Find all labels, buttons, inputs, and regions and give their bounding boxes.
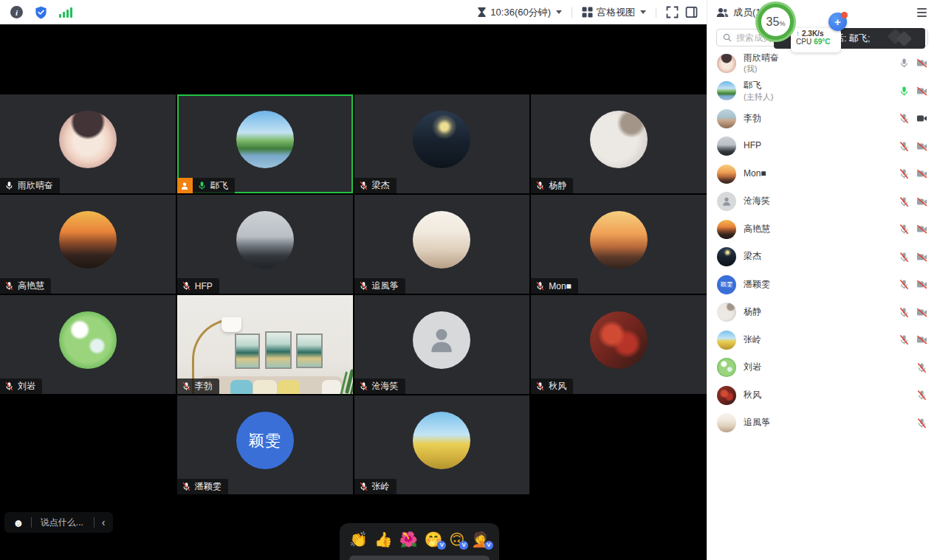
view-mode-label: 宫格视图 (597, 6, 635, 19)
avatar (717, 331, 736, 350)
emoji-row: 👏👍🌺🤭V🙃V🤦V (349, 530, 490, 549)
member-row[interactable]: 梁杰 (707, 243, 937, 272)
mic-muted-icon (899, 307, 910, 318)
shield-check-icon[interactable] (35, 6, 47, 19)
mic-muted-icon (535, 381, 545, 391)
reaction-face-wipe-button[interactable]: 🤦V (471, 530, 490, 549)
assistant-app-icon[interactable]: + (828, 13, 847, 31)
member-name: HFP (744, 140, 761, 152)
member-name: 雨欣晴奋 (744, 52, 779, 64)
video-tile[interactable]: 杨静 (531, 94, 707, 193)
video-tile[interactable]: 秋风 (531, 295, 707, 394)
avatar (59, 311, 117, 369)
avatar: 颖雯 (717, 275, 736, 294)
participant-name: 梁杰 (372, 179, 390, 192)
video-tile[interactable]: Mon■ (531, 195, 707, 294)
member-row[interactable]: 张岭 (707, 326, 937, 354)
camera-off-icon (916, 86, 927, 97)
mic-muted-icon (899, 252, 910, 263)
tile-name-label: 潘颖雯 (177, 479, 228, 494)
member-text: 追風筝 (744, 417, 770, 429)
hourglass-icon (477, 7, 487, 18)
fullscreen-button[interactable] (666, 6, 679, 18)
member-av-status (899, 252, 927, 263)
mic-on-icon (197, 181, 207, 190)
member-row[interactable]: 李勃 (707, 105, 937, 133)
tile-name-box: 刘岩 (0, 378, 42, 394)
tile-name-label: HFP (177, 278, 219, 294)
reaction-pout-turn-button[interactable]: 🙃V (449, 530, 464, 549)
tile-name-label: 杨静 (531, 178, 573, 193)
emoji-picker-icon[interactable]: ☻ (4, 516, 31, 529)
member-row[interactable]: 刘岩 (707, 354, 937, 382)
avatar (590, 111, 648, 168)
member-row[interactable]: 鄢飞(主持人) (707, 77, 937, 106)
raise-hand-button[interactable]: ✋ 举手 (349, 556, 490, 560)
member-row[interactable]: 秋风 (707, 381, 937, 409)
reaction-thumbs-up-button[interactable]: 👍 (374, 530, 393, 549)
avatar (717, 413, 736, 432)
info-icon[interactable]: i (10, 6, 23, 18)
upload-rate-value: 2.3K/s (802, 30, 823, 38)
avatar (717, 192, 736, 211)
thumbs-up-emoji: 👍 (374, 531, 393, 547)
video-tile[interactable]: 梁杰 (354, 94, 530, 193)
member-row[interactable]: 颖雯潘颖雯 (707, 271, 937, 299)
member-av-status (899, 113, 927, 124)
camera-on-icon (916, 113, 927, 124)
avatar (59, 211, 117, 269)
mic-muted-icon (899, 224, 910, 235)
member-av-status (899, 279, 927, 290)
tile-name-box: 杨静 (531, 178, 573, 193)
top-bar-controls: 10:36(60分钟) 宫格视图 (477, 6, 707, 19)
member-av-status (899, 307, 927, 318)
reaction-clap-button[interactable]: 👏 (349, 530, 368, 549)
member-row[interactable]: HFP (707, 133, 937, 161)
top-bar: i 10:36(60分钟) (0, 0, 937, 24)
member-name: 追風筝 (744, 417, 770, 429)
participant-name: 秋风 (549, 380, 566, 393)
tile-name-label: 沧海笑 (354, 378, 405, 394)
video-tile[interactable]: 沧海笑 (354, 295, 530, 394)
mic-muted-icon (899, 279, 910, 290)
view-mode-dropdown[interactable]: 宫格视图 (582, 6, 646, 19)
video-tile[interactable]: 高艳慧 (0, 195, 176, 294)
member-name: 潘颖雯 (744, 279, 770, 291)
video-tile[interactable]: 刘岩 (0, 295, 176, 394)
camera-off-icon (916, 252, 927, 263)
video-tile[interactable]: 雨欣晴奋 (0, 94, 176, 193)
video-tile[interactable]: HFP (177, 195, 353, 294)
avatar (717, 136, 736, 156)
member-text: 杨静 (744, 306, 761, 318)
network-signal-icon[interactable] (59, 7, 72, 18)
mic-muted-icon (899, 168, 910, 179)
member-row[interactable]: Mon■ (707, 160, 937, 188)
video-tile[interactable]: 颖雯 潘颖雯 (177, 395, 353, 494)
cpu-label: CPU (796, 38, 811, 46)
participant-name: 刘岩 (18, 380, 35, 393)
member-row[interactable]: 高艳慧 (707, 215, 937, 243)
member-text: 高艳慧 (744, 224, 770, 235)
mic-on-icon (899, 86, 910, 97)
menu-button[interactable] (916, 5, 928, 20)
reaction-flower-button[interactable]: 🌺 (399, 530, 418, 549)
video-tile[interactable]: 李勃 (177, 295, 353, 394)
video-tile[interactable]: 追風筝 (354, 195, 530, 294)
member-av-status (899, 196, 927, 207)
avatar (717, 247, 736, 266)
video-tile[interactable]: 鄢飞 (177, 94, 353, 193)
member-row[interactable]: 沧海笑 (707, 188, 937, 216)
tile-name-label: 鄢飞 (177, 178, 235, 193)
side-panel-toggle-button[interactable] (685, 6, 698, 18)
reaction-hand-on-cheek-button[interactable]: 🤭V (424, 530, 442, 549)
member-row[interactable]: 雨欣晴奋(我) (707, 49, 937, 77)
mic-muted-icon (359, 482, 368, 491)
video-tile[interactable]: 张岭 (354, 395, 530, 494)
cpu-usage-badge[interactable]: 35 % (758, 4, 794, 40)
member-row[interactable]: 追風筝 (707, 409, 937, 438)
meeting-timer-dropdown[interactable]: 10:36(60分钟) (477, 6, 562, 19)
member-row[interactable]: 杨静 (707, 299, 937, 327)
tile-name-label: 秋风 (531, 378, 573, 394)
collapse-chat-button[interactable]: ‹ (95, 516, 114, 528)
chat-input-placeholder[interactable]: 说点什么... (32, 516, 94, 529)
